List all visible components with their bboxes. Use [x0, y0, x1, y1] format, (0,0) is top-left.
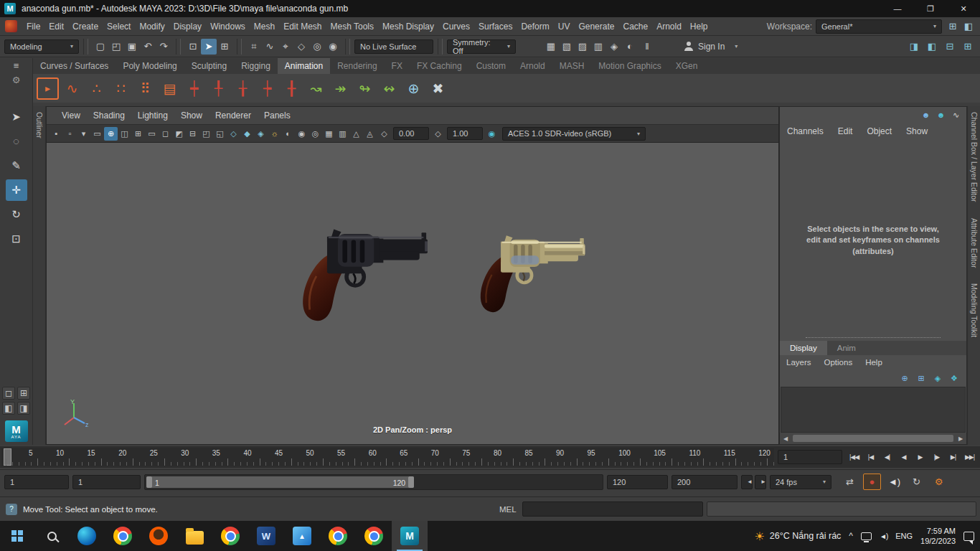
- vp-overscan-icon[interactable]: ◫: [118, 127, 131, 141]
- new-layer-icon[interactable]: ⊕: [898, 372, 911, 385]
- shelf-cross-tool-icon[interactable]: ✖: [427, 77, 449, 100]
- redo-icon[interactable]: ↷: [156, 39, 171, 55]
- scroll-left-icon[interactable]: ◀: [780, 435, 791, 442]
- chrome-icon-4[interactable]: [356, 521, 392, 551]
- menu-item[interactable]: Mesh Display: [378, 22, 438, 32]
- menu-item[interactable]: Edit Mesh: [279, 22, 326, 32]
- shelf-tab[interactable]: Custom: [469, 58, 513, 74]
- maximize-button[interactable]: ❐: [914, 0, 947, 17]
- group-divider[interactable]: [237, 39, 242, 55]
- view-transform-selector[interactable]: ACES 1.0 SDR-video (sRGB) ▾: [502, 127, 646, 141]
- sidebar-tab[interactable]: Channel Box / Layer Editor: [970, 112, 979, 202]
- start-button[interactable]: [0, 521, 34, 551]
- menu-item[interactable]: Curves: [438, 22, 474, 32]
- gamma-field[interactable]: 1.00: [447, 127, 483, 140]
- shelf-ik-handle-icon[interactable]: ↬: [354, 77, 376, 100]
- channel-box-menu-item[interactable]: Show: [899, 126, 935, 136]
- vp-2d-pan-zoom-icon[interactable]: ⊕: [104, 127, 118, 141]
- light-editor-icon[interactable]: ◐: [622, 39, 638, 55]
- mode-selector-dropdown[interactable]: Modeling ▾: [4, 39, 79, 54]
- step-forward-key-button[interactable]: |▶: [928, 448, 945, 466]
- vp-grid-icon[interactable]: ⊞: [131, 127, 145, 141]
- vp-field-chart-icon[interactable]: ⊟: [186, 127, 199, 141]
- prev-clip-button[interactable]: ◄: [741, 475, 753, 489]
- viewport-menu-item[interactable]: Renderer: [209, 110, 258, 121]
- menu-item[interactable]: Select: [103, 22, 135, 32]
- shelf-key-scale-icon[interactable]: ┾: [256, 77, 278, 100]
- menu-item[interactable]: Help: [686, 22, 712, 32]
- layer-editor-tab[interactable]: Anim: [827, 341, 866, 355]
- shelf-world-constraint-icon[interactable]: ⊕: [402, 77, 425, 100]
- shelf-key-rotate-icon[interactable]: ╁: [232, 77, 254, 100]
- shelf-anim-snapshot-icon[interactable]: ↭: [378, 77, 400, 100]
- shelf-motion-trail-icon[interactable]: ▤: [159, 77, 181, 100]
- shelf-tab[interactable]: FX Caching: [410, 58, 469, 74]
- menu-item[interactable]: UV: [554, 22, 575, 32]
- toggle-attribute-editor-icon[interactable]: ◧: [924, 39, 940, 55]
- group-divider[interactable]: [345, 39, 350, 55]
- layer-list[interactable]: [781, 387, 966, 433]
- snap-grid-icon[interactable]: ⌗: [246, 39, 262, 55]
- four-pane-layout-icon[interactable]: ⊞: [17, 387, 30, 400]
- vp-motion-blur-icon[interactable]: ◎: [308, 127, 322, 141]
- menu-item[interactable]: Modify: [135, 22, 169, 32]
- scroll-right-icon[interactable]: ▶: [955, 435, 966, 442]
- layer-scrollbar[interactable]: ◀ ▶: [780, 433, 966, 444]
- shelf-tab[interactable]: Poly Modeling: [116, 58, 184, 74]
- workspace-panel-icon[interactable]: ◧: [961, 19, 976, 34]
- character-set-icon[interactable]: ☻: [920, 109, 932, 121]
- vp-isolate-select-icon[interactable]: △: [349, 127, 363, 141]
- mel-input[interactable]: [522, 501, 703, 517]
- shelf-tab[interactable]: FX: [385, 58, 410, 74]
- shelf-breakdown-icon[interactable]: ╂: [281, 77, 303, 100]
- edge-icon[interactable]: [69, 521, 105, 551]
- playback-loop-icon[interactable]: ⇄: [841, 474, 859, 490]
- revolver-black[interactable]: [275, 215, 429, 328]
- shelf-tab[interactable]: Motion Graphics: [591, 58, 668, 74]
- chrome-icon-3[interactable]: [320, 521, 356, 551]
- layer-editor-tab[interactable]: Display: [780, 341, 827, 355]
- vp-camera-attrs-icon[interactable]: ▫: [63, 127, 77, 141]
- group-divider[interactable]: [176, 39, 181, 55]
- viewport-canvas[interactable]: Y z 2D Pan/Zoom : persp: [47, 143, 778, 444]
- vp-multisample-icon[interactable]: ▦: [322, 127, 336, 141]
- weather-widget[interactable]: ☀ 26°C Nắng rải rác: [755, 529, 842, 543]
- word-icon[interactable]: W: [248, 521, 284, 551]
- symmetry-field[interactable]: Symmetry: Off ▾: [447, 39, 516, 54]
- menu-item[interactable]: Windows: [206, 22, 250, 32]
- command-result-field[interactable]: [707, 501, 976, 517]
- current-frame-field[interactable]: 1: [778, 450, 842, 464]
- outliner-tab[interactable]: Outliner: [35, 112, 44, 138]
- layer-editor-menu-item[interactable]: Help: [859, 358, 889, 367]
- vp-film-gate-icon[interactable]: ▭: [145, 127, 159, 141]
- menu-item[interactable]: Create: [68, 22, 103, 32]
- menu-item[interactable]: Mesh: [250, 22, 279, 32]
- exposure-field[interactable]: 0.00: [393, 127, 429, 140]
- toggle-modeling-toolkit-icon[interactable]: ◨: [906, 39, 922, 55]
- toggle-tool-settings-icon[interactable]: ⊟: [942, 39, 958, 55]
- channel-graph-icon[interactable]: ∿: [950, 109, 962, 121]
- single-pane-layout-icon[interactable]: ◻: [2, 387, 15, 400]
- maya-logo-icon[interactable]: [5, 20, 17, 32]
- play-forwards-button[interactable]: ▶: [912, 448, 928, 466]
- shelf-tab[interactable]: MASH: [552, 58, 592, 74]
- maya-taskbar-icon[interactable]: M: [392, 521, 428, 551]
- pause-render-icon[interactable]: ‖: [639, 39, 655, 55]
- shelf-set-driven-key-icon[interactable]: ↝: [305, 77, 327, 100]
- sidebar-tab[interactable]: Attribute Editor: [970, 218, 979, 268]
- menu-item[interactable]: Display: [169, 22, 206, 32]
- group-divider[interactable]: [438, 39, 443, 55]
- vp-textured-icon[interactable]: ◈: [254, 127, 268, 141]
- chrome-icon-2[interactable]: [212, 521, 248, 551]
- shelf-tab[interactable]: Curves / Surfaces: [33, 58, 116, 74]
- viewport-menu-item[interactable]: Lighting: [131, 110, 174, 121]
- move-tool[interactable]: ✛: [6, 179, 27, 201]
- viewport-menu-item[interactable]: View: [55, 110, 87, 121]
- viewport-menu-item[interactable]: Panels: [258, 110, 297, 121]
- vp-bookmark-icon[interactable]: ▾: [77, 127, 90, 141]
- menu-item[interactable]: Mesh Tools: [326, 22, 378, 32]
- playback-start-field[interactable]: 1: [72, 475, 141, 489]
- scale-tool[interactable]: ⊡: [6, 228, 27, 250]
- render-current-frame-icon[interactable]: ▧: [559, 39, 575, 55]
- layer-editor-menu-item[interactable]: Options: [818, 358, 859, 367]
